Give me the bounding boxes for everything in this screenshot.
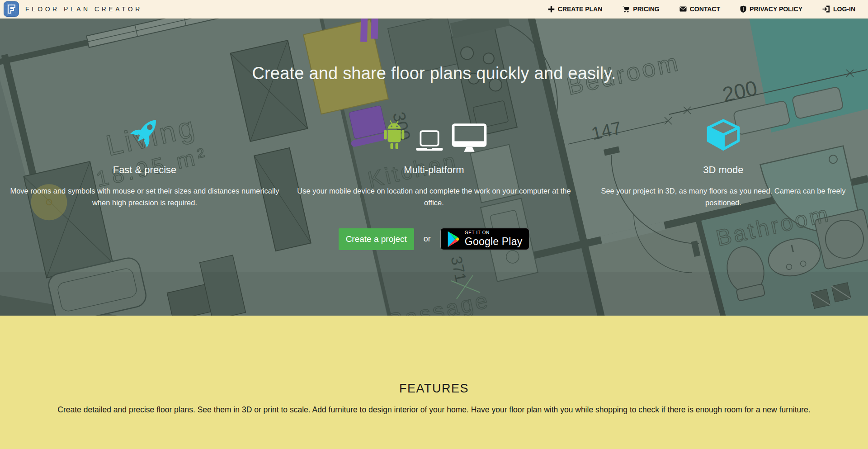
nav-pricing[interactable]: PRICING (622, 5, 659, 13)
nav-privacy-policy-label: PRIVACY POLICY (750, 5, 802, 13)
nav-create-plan-label: CREATE PLAN (558, 5, 603, 13)
cube-3d-icon (705, 118, 741, 152)
nav-create-plan[interactable]: CREATE PLAN (548, 5, 603, 13)
nav-log-in-label: LOG-IN (833, 5, 855, 13)
floor-plan-creator-landing-page: FLOOR PLAN CREATOR CREATE PLAN PRICING C… (0, 0, 868, 449)
nav-pricing-label: PRICING (633, 5, 659, 13)
google-play-text: GET IT ON Google Play (465, 230, 523, 248)
main-menu: CREATE PLAN PRICING CONTACT PRIVACY POLI… (548, 5, 855, 13)
feature-title-3d-mode: 3D mode (586, 164, 861, 176)
laptop-icon (414, 130, 445, 152)
login-icon (822, 5, 830, 13)
create-project-button[interactable]: Create a project (339, 228, 414, 250)
plus-icon (548, 6, 555, 13)
top-navbar: FLOOR PLAN CREATOR CREATE PLAN PRICING C… (0, 0, 868, 19)
app-logo-icon (4, 1, 19, 17)
hero-heading: Create and share floor plans quickly and… (0, 64, 868, 83)
cart-icon (622, 5, 630, 13)
hero-cta-row: Create a project or GET IT ON Google Pla… (0, 228, 868, 250)
feature-multi-platform: Multi-platform Use your mobile device on… (289, 113, 579, 208)
envelope-icon (679, 6, 687, 12)
feature-desc-fast-precise: Move rooms and symbols with mouse or set… (7, 185, 282, 208)
nav-contact-label: CONTACT (690, 5, 720, 13)
brand-name: FLOOR PLAN CREATOR (25, 5, 142, 13)
features-paragraph: Create detailed and precise floor plans.… (0, 405, 868, 415)
feature-title-multi-platform: Multi-platform (297, 164, 571, 176)
google-play-line2: Google Play (465, 236, 523, 248)
feature-fast-precise: Fast & precise Move rooms and symbols wi… (0, 113, 289, 208)
google-play-badge[interactable]: GET IT ON Google Play (440, 228, 530, 250)
google-play-line1: GET IT ON (465, 230, 523, 235)
brand-home-link[interactable]: FLOOR PLAN CREATOR (4, 1, 142, 17)
feature-desc-3d-mode: See your project in 3D, as many floors a… (586, 185, 861, 208)
feature-title-fast-precise: Fast & precise (7, 164, 282, 176)
rocket-icon (125, 113, 165, 152)
feature-3d-mode: 3D mode See your project in 3D, as many … (579, 113, 868, 208)
or-label: or (424, 234, 431, 244)
nav-privacy-policy[interactable]: PRIVACY POLICY (740, 5, 802, 13)
desktop-monitor-icon (451, 123, 487, 152)
shield-icon (740, 5, 746, 13)
feature-desc-multi-platform: Use your mobile device on location and c… (297, 185, 571, 208)
hero-features-row: Fast & precise Move rooms and symbols wi… (0, 113, 868, 208)
android-icon (381, 119, 408, 152)
features-band: FEATURES Create detailed and precise flo… (0, 316, 868, 449)
features-heading: FEATURES (0, 316, 868, 396)
google-play-triangle-icon (448, 231, 459, 248)
nav-log-in[interactable]: LOG-IN (822, 5, 855, 13)
hero-section: Living 18.95 m² Kitchen Bedroom Bathroom… (0, 19, 868, 316)
nav-contact[interactable]: CONTACT (679, 5, 720, 13)
